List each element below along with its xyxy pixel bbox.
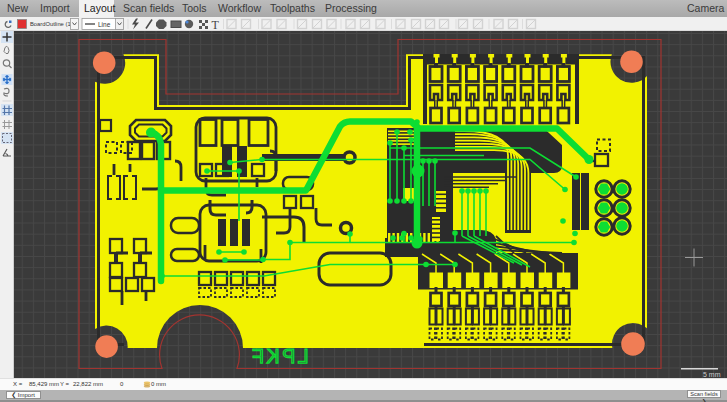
svg-text:Line: Line <box>98 21 111 28</box>
svg-text:5 mm: 5 mm <box>703 371 721 378</box>
svg-text:T: T <box>212 18 220 32</box>
svg-text:LPKF: LPKF <box>249 345 308 367</box>
